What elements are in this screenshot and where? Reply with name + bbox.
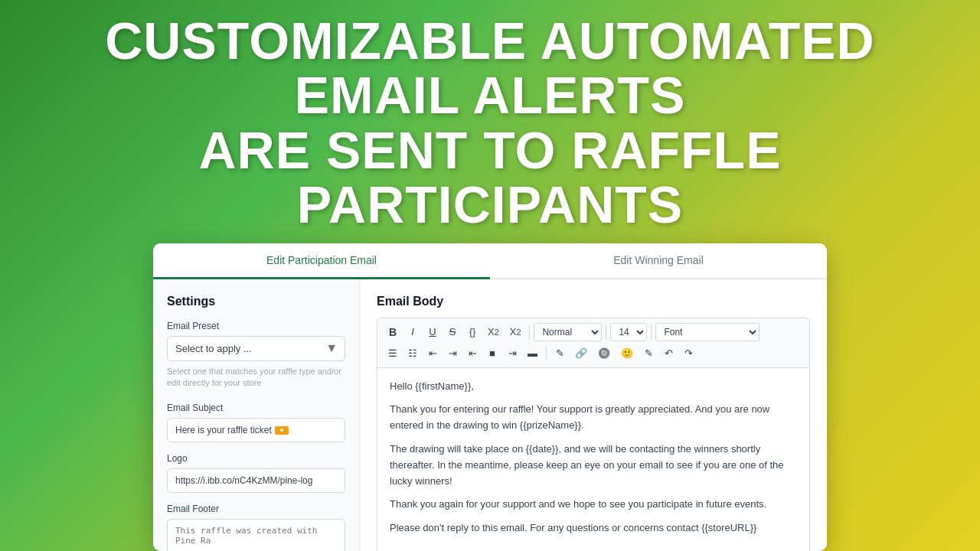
headline-line1: CUSTOMIZABLE AUTOMATED EMAIL ALERTS	[31, 14, 949, 123]
editor-area[interactable]: Hello {{firstName}}, Thank you for enter…	[377, 368, 810, 551]
justify-button[interactable]: ▬	[523, 344, 542, 363]
logo-input[interactable]	[167, 468, 345, 493]
bold-button[interactable]: B	[384, 323, 402, 341]
logo-field: Logo	[167, 453, 345, 504]
link-button[interactable]: 🔗	[570, 344, 592, 363]
email-body-panel: Email Body B I U S {} X2 X2 Normal Headi…	[360, 279, 827, 551]
main-content: Settings Email Preset Select to apply ..…	[153, 279, 827, 551]
email-para-3: Thank you again for your support and we …	[390, 497, 797, 513]
superscript-button[interactable]: X2	[483, 323, 504, 341]
toolbar-divider-1	[529, 325, 530, 339]
tab-winning[interactable]: Edit Winning Email	[490, 243, 827, 279]
underline-button[interactable]: U	[423, 323, 442, 341]
align-center-button[interactable]: ■	[483, 344, 501, 363]
tab-participation[interactable]: Edit Participation Email	[153, 243, 490, 279]
email-subject-label: Email Subject	[167, 403, 345, 413]
italic-button[interactable]: I	[403, 323, 422, 341]
email-preset-select[interactable]: Select to apply ...	[167, 336, 345, 361]
toolbar-row-2: ☰ ☷ ⇤ ⇥ ⇤ ■ ⇥ ▬ ✎ 🔗 🔘 🙂 ✎ ↶ ↷	[384, 344, 803, 363]
toolbar-row-1: B I U S {} X2 X2 Normal Heading 1 Headin…	[384, 323, 803, 341]
editor-toolbar: B I U S {} X2 X2 Normal Heading 1 Headin…	[377, 318, 810, 368]
email-para-2: The drawing will take place on {{date}},…	[390, 442, 797, 489]
email-preset-field: Email Preset Select to apply ... ▼ Selec…	[167, 321, 345, 390]
ticket-icon	[275, 426, 289, 435]
email-footer-label: Email Footer	[167, 504, 345, 514]
style-select[interactable]: Normal Heading 1 Heading 2	[534, 323, 602, 341]
toolbar-divider-4	[546, 347, 547, 360]
strikethrough-button[interactable]: S	[443, 323, 462, 341]
toolbar-divider-3	[651, 325, 652, 339]
tabs: Edit Participation Email Edit Winning Em…	[153, 243, 827, 279]
emoji-button[interactable]: 🙂	[616, 344, 638, 363]
email-subject-value: Here is your raffle ticket	[175, 425, 272, 435]
email-para-0: Hello {{firstName}},	[390, 379, 797, 395]
email-subject-display: Here is your raffle ticket	[167, 418, 345, 442]
unlink-button[interactable]: 🔘	[593, 344, 615, 363]
paint-button[interactable]: ✎	[550, 344, 569, 363]
toolbar-divider-2	[606, 325, 606, 339]
size-select[interactable]: 14 81012 161824	[610, 323, 647, 341]
undo-button[interactable]: ↶	[659, 344, 678, 363]
email-para-4: Please don't reply to this email. For an…	[390, 520, 797, 536]
ordered-list-button[interactable]: ☷	[403, 344, 422, 363]
logo-label: Logo	[167, 453, 345, 464]
settings-panel: Settings Email Preset Select to apply ..…	[153, 279, 360, 551]
email-footer-input[interactable]	[167, 519, 345, 551]
headline-line2: ARE SENT TO RAFFLE PARTICIPANTS	[31, 123, 949, 233]
email-body-title: Email Body	[377, 295, 810, 308]
subscript-button[interactable]: X2	[505, 323, 526, 341]
unordered-list-button[interactable]: ☰	[384, 344, 402, 363]
indent-button[interactable]: ⇥	[443, 344, 462, 363]
email-subject-field: Email Subject Here is your raffle ticket	[167, 403, 345, 442]
code-button[interactable]: {}	[463, 323, 482, 341]
align-right-button[interactable]: ⇥	[503, 344, 521, 363]
email-preset-wrapper: Select to apply ... ▼	[167, 336, 345, 361]
settings-title: Settings	[167, 295, 345, 308]
email-para-1: Thank you for entering our raffle! Your …	[390, 402, 797, 434]
email-preset-hint: Select one that matches your raffle type…	[167, 366, 345, 390]
card: Edit Participation Email Edit Winning Em…	[153, 243, 827, 551]
align-left-button[interactable]: ⇤	[463, 344, 482, 363]
outdent-button[interactable]: ⇤	[423, 344, 442, 363]
font-select[interactable]: Font Arial Times New Roman	[655, 323, 760, 341]
email-footer-field: Email Footer	[167, 504, 345, 551]
headline: CUSTOMIZABLE AUTOMATED EMAIL ALERTS ARE …	[0, 0, 980, 243]
highlight-button[interactable]: ✎	[639, 344, 658, 363]
email-preset-label: Email Preset	[167, 321, 345, 331]
redo-button[interactable]: ↷	[679, 344, 697, 363]
